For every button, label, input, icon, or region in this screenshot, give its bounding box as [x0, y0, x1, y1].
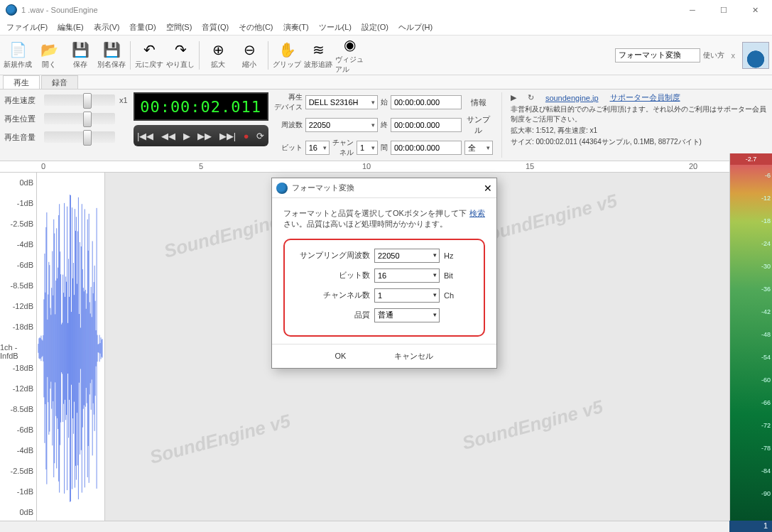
site-link[interactable]: soundengine.jp — [545, 94, 599, 102]
db-label: -8.5dB — [11, 405, 33, 413]
meter-tick: -60 — [761, 376, 771, 384]
freq-select[interactable]: 22050 — [305, 118, 378, 132]
search-input[interactable] — [615, 48, 700, 63]
menu-item[interactable]: 表示(V) — [89, 20, 125, 35]
start-label: 始 — [381, 97, 388, 107]
redo-button[interactable]: ↷やり直し — [165, 38, 195, 73]
window-title: 1 .wav - SoundEngine — [21, 6, 98, 14]
all-select[interactable]: 全 — [464, 141, 493, 155]
form-select-3[interactable]: 普通 — [374, 308, 440, 322]
toolbar-label: 開く — [42, 60, 56, 70]
menu-item[interactable]: 設定(O) — [357, 20, 393, 35]
menu-item[interactable]: 音質(Q) — [197, 20, 234, 35]
form-select-0[interactable]: 22050 — [374, 249, 440, 263]
forward-button[interactable]: ▶▶ — [197, 131, 212, 141]
ch-select[interactable]: 1 — [357, 141, 378, 155]
mid-grid: 再生 デバイス DELL S2316H 始 00:00:00.000 情報 周波… — [274, 92, 496, 158]
toolbar-label: 波形追跡 — [304, 60, 332, 70]
tab-record[interactable]: 録音 — [41, 75, 78, 89]
menu-item[interactable]: 編集(E) — [53, 20, 89, 35]
span-field[interactable]: 00:00:00.000 — [391, 141, 462, 155]
dialog-search-link[interactable]: 検索 — [469, 208, 485, 219]
visual-icon: ◉ — [341, 36, 358, 53]
ruler-tick: 10 — [362, 162, 371, 170]
meter-tick: -24 — [761, 240, 771, 247]
end-field[interactable]: 00:00:00.000 — [391, 118, 462, 132]
new-button[interactable]: 📄新規作成 — [3, 38, 33, 73]
ok-button[interactable]: OK — [325, 349, 357, 363]
save-button[interactable]: 💾保存 — [65, 38, 95, 73]
meter-tick: -90 — [761, 490, 771, 497]
meter-tick: -48 — [761, 331, 771, 338]
meter-tick: -36 — [761, 286, 771, 293]
maximize-button[interactable]: ☐ — [708, 0, 739, 20]
clear-search-icon[interactable]: x — [727, 51, 740, 60]
redo-icon: ↷ — [172, 41, 189, 58]
start-field[interactable]: 00:00:00.000 — [391, 95, 462, 109]
loop-button[interactable]: ⟳ — [256, 131, 264, 141]
time-ruler[interactable]: 0 5 10 15 20 — [0, 161, 772, 173]
volume-slider[interactable] — [44, 131, 115, 143]
position-slider[interactable] — [44, 113, 115, 124]
h-scrollbar[interactable] — [0, 521, 729, 532]
sample-label: サンプル — [464, 114, 493, 136]
menu-item[interactable]: ヘルプ(H) — [393, 20, 437, 35]
menu-item[interactable]: 演奏(T) — [278, 20, 314, 35]
open-button[interactable]: 📂開く — [34, 38, 64, 73]
rewind-button[interactable]: ◀◀ — [161, 131, 175, 141]
right-info: ▶ ↻ soundengine.jp サポーター会員制度 非営利及び転載目的での… — [501, 92, 768, 158]
toolbar-label: 保存 — [73, 60, 87, 70]
speed-slider[interactable] — [44, 94, 115, 106]
form-row: サンプリング周波数22050Hz — [292, 249, 477, 263]
tab-play[interactable]: 再生 — [3, 75, 40, 89]
nav-back-icon[interactable]: ▶ — [511, 93, 516, 102]
dialog-close-button[interactable]: ✕ — [484, 183, 492, 194]
bit-select[interactable]: 16 — [305, 141, 330, 155]
supporter-link[interactable]: サポーター会員制度 — [610, 92, 680, 103]
zoomout-button[interactable]: ⊖縮小 — [234, 38, 264, 73]
form-row: 品質普通 — [292, 308, 477, 322]
close-button[interactable]: ✕ — [739, 0, 771, 20]
titlebar: 1 .wav - SoundEngine ─ ☐ ✕ — [0, 0, 772, 20]
toolbar-label: 新規作成 — [4, 60, 32, 70]
refresh-icon[interactable]: ↻ — [528, 93, 534, 102]
db-label: -12dB — [13, 302, 33, 310]
form-unit: Ch — [444, 291, 454, 300]
undo-button[interactable]: ↶元に戻す — [134, 38, 164, 73]
cancel-button[interactable]: キャンセル — [384, 348, 443, 364]
ruler-tick: 0 — [41, 162, 45, 170]
db-label: -18dB — [13, 364, 33, 372]
skip-fwd-button[interactable]: ▶▶| — [219, 131, 236, 141]
level-meter: -2.7 -6-12-18-24-30-36-42-48-54-60-66-72… — [729, 153, 772, 521]
form-row: ビット数16Bit — [292, 268, 477, 283]
end-label: 終 — [381, 120, 388, 130]
minimize-button[interactable]: ─ — [677, 0, 708, 20]
record-button[interactable]: ● — [244, 131, 249, 141]
info-label: 情報 — [464, 97, 493, 108]
waveform[interactable] — [37, 173, 105, 528]
form-select-2[interactable]: 1 — [374, 288, 440, 303]
form-select-1[interactable]: 16 — [374, 268, 440, 283]
open-icon: 📂 — [40, 41, 58, 58]
menu-item[interactable]: ファイル(F) — [1, 20, 53, 35]
save-icon: 💾 — [72, 41, 89, 58]
toolbar-label: 拡大 — [211, 60, 225, 70]
toolbar: 📄新規作成📂開く💾保存💾別名保存↶元に戻す↷やり直し⊕拡大⊖縮小✋グリップ≋波形… — [0, 36, 772, 75]
zoomin-button[interactable]: ⊕拡大 — [203, 38, 233, 73]
grip-button[interactable]: ✋グリップ — [272, 38, 302, 73]
skip-back-button[interactable]: |◀◀ — [137, 131, 153, 141]
saveas-button[interactable]: 💾別名保存 — [97, 38, 126, 73]
meter-tick: -54 — [761, 354, 771, 361]
menu-item[interactable]: 空間(S) — [161, 20, 197, 35]
toolbar-label: 別名保存 — [97, 60, 126, 70]
device-select[interactable]: DELL S2316H — [305, 95, 378, 109]
meter-tick: -84 — [761, 467, 771, 474]
menu-item[interactable]: その他(C) — [234, 20, 278, 35]
menu-item[interactable]: ツール(L) — [314, 20, 357, 35]
wavetrace-button[interactable]: ≋波形追跡 — [303, 38, 333, 73]
visual-button[interactable]: ◉ヴィジュアル — [335, 38, 364, 73]
format-dialog: フォーマット変換 ✕ 検索 フォーマットと品質を選択してOKボタンを押して下さい… — [271, 178, 497, 369]
play-button[interactable]: ▶ — [183, 131, 190, 141]
menu-item[interactable]: 音量(D) — [124, 20, 161, 35]
zoomout-icon: ⊖ — [241, 41, 258, 58]
